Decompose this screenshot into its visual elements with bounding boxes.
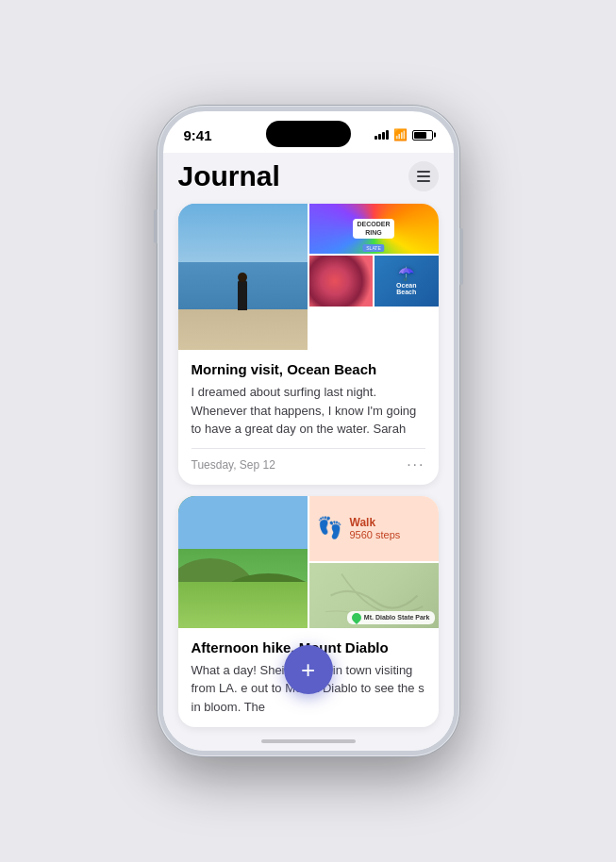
app-header: Journal [178, 153, 439, 204]
hike-images-grid: 👣 Walk 9560 steps [178, 496, 439, 628]
map-tile: Mt. Diablo State Park [309, 563, 439, 628]
shell-photo [309, 256, 374, 306]
mountain-photo [178, 496, 308, 628]
phone-screen: 9:41 📶 Journal [163, 111, 454, 751]
home-indicator [261, 739, 356, 743]
dynamic-island [266, 121, 351, 147]
journal-card-ocean-beach[interactable]: DECODERRING SLATE ☂️ OceanBeach [178, 204, 439, 485]
walk-info: Walk 9560 steps [350, 516, 401, 540]
footsteps-icon: 👣 [317, 516, 342, 540]
page-title: Journal [178, 160, 280, 192]
right-column-grid: DECODERRING SLATE ☂️ OceanBeach [309, 204, 439, 307]
map-label-badge: Mt. Diablo State Park [347, 611, 435, 624]
card-title: Morning visit, Ocean Beach [191, 361, 425, 377]
more-button[interactable]: ··· [407, 456, 425, 473]
walk-tile: 👣 Walk 9560 steps [309, 496, 439, 561]
card-body: Morning visit, Ocean Beach I dreamed abo… [178, 350, 439, 485]
walk-label: Walk [350, 516, 401, 529]
add-entry-button[interactable]: + [284, 645, 333, 694]
ocean-beach-tile: ☂️ OceanBeach [375, 256, 439, 306]
status-icons: 📶 [375, 128, 433, 141]
umbrella-icon: ☂️ [398, 266, 414, 281]
card-text: I dreamed about surfing last night. When… [191, 383, 425, 439]
card-date: Tuesday, Sep 12 [191, 458, 275, 472]
ocean-beach-label: OceanBeach [396, 282, 416, 295]
wifi-icon: 📶 [393, 128, 408, 141]
menu-button[interactable] [408, 161, 439, 191]
card-images-grid: DECODERRING SLATE ☂️ OceanBeach [178, 204, 439, 350]
menu-lines-icon [417, 171, 430, 182]
card-footer: Tuesday, Sep 12 ··· [191, 448, 425, 473]
decoder-ring-tile: DECODERRING SLATE [309, 204, 439, 254]
map-place-name: Mt. Diablo State Park [364, 614, 430, 621]
status-time: 9:41 [184, 127, 212, 143]
battery-icon [412, 130, 433, 141]
beach-photo [178, 204, 308, 350]
walk-steps: 9560 steps [350, 529, 401, 540]
decoder-ring-text: DECODERRING [353, 219, 393, 239]
plus-icon: + [301, 657, 315, 682]
map-pin-icon [350, 610, 363, 623]
phone-frame: 9:41 📶 Journal [158, 106, 459, 756]
signal-icon [375, 130, 389, 140]
slate-label: SLATE [362, 244, 384, 252]
